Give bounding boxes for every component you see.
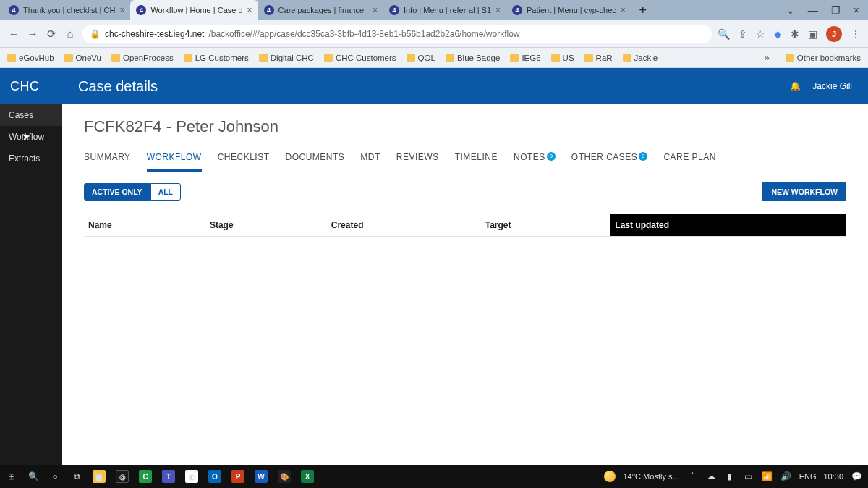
brand[interactable]: CHC [0,68,62,104]
folder-icon [510,54,519,62]
bookmark-item[interactable]: OpenProcess [111,54,174,62]
bookmarks-overflow-icon[interactable]: » [765,52,770,63]
bookmark-item[interactable]: eGovHub [7,54,54,62]
window-controls: ⌄ — ❐ × [786,4,868,16]
browser-action-icons: 🔍 ⇪ ☆ ◆ ✱ ▣ J ⋮ [718,26,861,42]
browser-tab[interactable]: 4 Care packages | finance | × [258,0,383,20]
action-center-icon[interactable]: 💬 [851,471,862,482]
extension-icon[interactable]: ◆ [774,28,782,40]
weather-text[interactable]: 14°C Mostly s... [623,472,678,481]
zoom-icon[interactable]: 🔍 [718,28,730,40]
bookmark-item[interactable]: US [551,54,574,62]
weather-icon[interactable] [604,471,616,482]
forward-icon[interactable]: → [26,28,39,40]
camtasia-icon[interactable]: C [139,470,152,483]
menu-icon[interactable]: ⋮ [851,28,861,40]
tab-documents[interactable]: DOCUMENTS [285,148,344,172]
new-workflow-button[interactable]: NEW WORKFLOW [762,182,846,201]
bookmark-item[interactable]: Jackie [623,54,658,62]
chrome-icon[interactable]: ◐ [185,470,198,483]
share-icon[interactable]: ⇪ [739,28,747,40]
column-header-created[interactable]: Created [327,214,481,237]
bookmark-item[interactable]: IEG6 [510,54,540,62]
column-header-target[interactable]: Target [481,214,611,237]
search-icon[interactable]: 🔍 [27,471,39,482]
wifi-icon[interactable]: 📶 [762,471,773,482]
profile-avatar[interactable]: J [826,26,842,42]
language-indicator[interactable]: ENG [799,472,817,481]
tab-workflow[interactable]: WORKFLOW [147,148,202,172]
powerpoint-icon[interactable]: P [231,470,244,483]
tab-checklist[interactable]: CHECKLIST [218,148,270,172]
bookmark-item[interactable]: QOL [407,54,435,62]
tray-chevron-icon[interactable]: ˄ [686,471,698,482]
onedrive-icon[interactable]: ☁ [705,471,717,482]
browser-tab[interactable]: 4 Thank you | checklist | CH × [3,0,130,20]
bookmark-label: US [563,54,574,62]
bookmark-item[interactable]: OneVu [64,54,101,62]
tab-close-icon[interactable]: × [247,5,252,15]
nvidia-icon[interactable]: ◎ [116,470,129,483]
column-header-last-updated[interactable]: Last updated [610,214,846,237]
tab-close-icon[interactable]: × [119,5,124,15]
new-tab-button[interactable]: + [636,3,650,18]
folder-icon [7,54,16,62]
user-name[interactable]: Jackie Gill [812,81,852,91]
bookmark-item[interactable]: Digital CHC [259,54,314,62]
address-bar[interactable]: 🔒 chc-cheshire-test.ieg4.net/backoffice/… [82,25,712,43]
star-icon[interactable]: ☆ [756,28,765,40]
bookmark-item[interactable]: Blue Badge [446,54,500,62]
bookmark-item[interactable]: RaR [584,54,613,62]
column-header-name[interactable]: Name [84,214,205,237]
filter-all[interactable]: ALL [150,183,181,201]
snagit-icon[interactable]: 🎨 [278,470,291,483]
file-explorer-icon[interactable]: ▆ [93,470,106,483]
sidebar-item-cases[interactable]: Cases [0,104,62,126]
bookmark-item[interactable]: CHC Customers [324,54,396,62]
maximize-icon[interactable]: ❐ [831,4,841,16]
teams-icon[interactable]: T [162,470,175,483]
tab-close-icon[interactable]: × [495,5,501,15]
tab-close-icon[interactable]: × [621,5,626,15]
browser-tab[interactable]: 4 Info | Menu | referral | S1 × [383,0,506,20]
side-panel-icon[interactable]: ▣ [808,28,817,40]
sidebar-item-workflow[interactable]: Workflow [0,126,62,148]
tab-care-plan[interactable]: CARE PLAN [663,148,716,172]
close-icon[interactable]: × [854,4,859,16]
sidebar-item-extracts[interactable]: Extracts [0,148,62,169]
extensions-icon[interactable]: ✱ [791,28,799,40]
bookmark-item[interactable]: LG Customers [184,54,249,62]
filter-active-only[interactable]: ACTIVE ONLY [84,183,150,201]
reload-icon[interactable]: ⟳ [45,28,58,41]
tab-mdt[interactable]: MDT [360,148,380,172]
home-icon[interactable]: ⌂ [64,28,77,40]
start-icon[interactable]: ⊞ [6,471,17,482]
security-icon[interactable]: ▮ [724,471,736,482]
excel-icon[interactable]: X [301,470,314,483]
column-header-stage[interactable]: Stage [205,214,327,237]
task-view-icon[interactable]: ⧉ [71,471,82,482]
tab-reviews[interactable]: REVIEWS [396,148,439,172]
back-icon[interactable]: ← [7,28,20,40]
tab-notes[interactable]: NOTES0 [514,148,556,172]
tab-badge: 0 [547,152,556,161]
volume-icon[interactable]: 🔊 [780,471,792,482]
folder-icon [623,54,631,62]
browser-nav-bar: ← → ⟳ ⌂ 🔒 chc-cheshire-test.ieg4.net/bac… [0,20,868,48]
battery-icon[interactable]: ▭ [743,471,754,482]
cortana-icon[interactable]: ○ [49,471,61,482]
browser-tab[interactable]: 4 Workflow | Home | Case d × [130,0,258,20]
clock[interactable]: 10:30 [823,472,843,481]
chevron-down-icon[interactable]: ⌄ [786,4,795,16]
bookmark-label: OpenProcess [123,54,174,62]
other-bookmarks[interactable]: Other bookmarks [786,54,861,62]
minimize-icon[interactable]: — [808,4,818,16]
tab-other-cases[interactable]: OTHER CASES0 [571,148,648,172]
bell-icon[interactable]: 🔔 [790,81,801,91]
tab-summary[interactable]: SUMMARY [84,148,131,172]
tab-close-icon[interactable]: × [373,5,378,15]
tab-timeline[interactable]: TIMELINE [455,148,498,172]
outlook-icon[interactable]: O [208,470,221,483]
word-icon[interactable]: W [255,470,268,483]
browser-tab[interactable]: 4 Patient | Menu | cyp-chec × [506,0,631,20]
